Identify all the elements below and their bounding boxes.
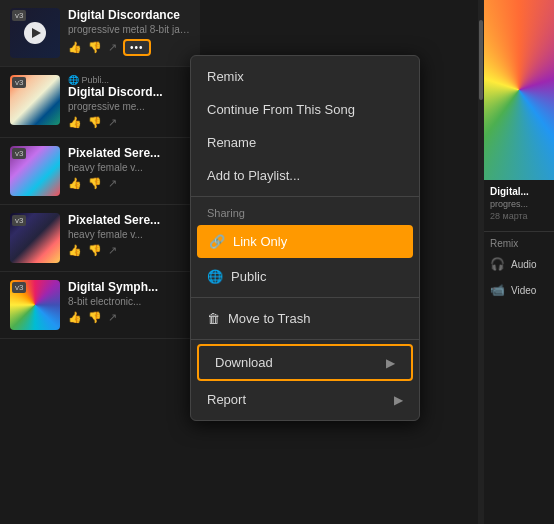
song-actions-5: 👍 👎 ↗ xyxy=(68,311,190,324)
song-info-2: 🌐 Publi... Digital Discord... progressiv… xyxy=(68,75,190,129)
version-badge: v3 xyxy=(12,10,26,21)
like-icon-2[interactable]: 👍 xyxy=(68,116,82,129)
dislike-icon-2[interactable]: 👎 xyxy=(88,116,102,129)
public-badge: 🌐 Publi... xyxy=(68,75,190,85)
share-icon-4[interactable]: ↗ xyxy=(108,244,117,257)
right-panel-date: 28 марта xyxy=(490,211,548,221)
dislike-icon[interactable]: 👎 xyxy=(88,41,102,54)
trash-icon: 🗑 xyxy=(207,311,220,326)
sharing-section-label: Sharing xyxy=(191,201,419,223)
download-label: Download xyxy=(215,355,273,370)
right-panel-title: Digital... xyxy=(490,186,548,197)
link-icon: 🔗 xyxy=(209,234,225,249)
menu-item-report[interactable]: Report ▶ xyxy=(191,383,419,416)
song-list: v3 Digital Discordance progressive metal… xyxy=(0,0,200,524)
song-thumbnail-1: v3 xyxy=(10,8,60,58)
video-icon: 📹 xyxy=(490,283,505,297)
right-panel-thumbnail xyxy=(484,0,554,180)
share-icon-3[interactable]: ↗ xyxy=(108,177,117,190)
share-icon-5[interactable]: ↗ xyxy=(108,311,117,324)
right-submenu-video[interactable]: 📹 Video xyxy=(484,277,554,303)
song-actions-1: 👍 👎 ↗ ••• xyxy=(68,39,190,56)
song-item-1[interactable]: v3 Digital Discordance progressive metal… xyxy=(0,0,200,67)
move-trash-label: Move to Trash xyxy=(228,311,310,326)
song-item-4[interactable]: v3 Pixelated Sere... heavy female v... 👍… xyxy=(0,205,200,272)
add-playlist-label: Add to Playlist... xyxy=(207,168,300,183)
menu-item-trash[interactable]: 🗑 Move to Trash xyxy=(191,302,419,335)
report-label: Report xyxy=(207,392,246,407)
menu-item-rename[interactable]: Rename xyxy=(191,126,419,159)
like-icon-3[interactable]: 👍 xyxy=(68,177,82,190)
right-submenu-header: Remix xyxy=(484,236,554,251)
song-title-2: Digital Discord... xyxy=(68,85,190,99)
version-badge-3: v3 xyxy=(12,148,26,159)
version-badge-2: v3 xyxy=(12,77,26,88)
song-info-5: Digital Symph... 8-bit electronic... 👍 👎… xyxy=(68,280,190,324)
song-item-5[interactable]: v3 Digital Symph... 8-bit electronic... … xyxy=(0,272,200,339)
song-thumbnail-5: v3 xyxy=(10,280,60,330)
audio-label: Audio xyxy=(511,259,537,270)
song-actions-3: 👍 👎 ↗ xyxy=(68,177,190,190)
song-thumbnail-3: v3 xyxy=(10,146,60,196)
context-menu: Remix Continue From This Song Rename Add… xyxy=(190,55,420,421)
headphones-icon: 🎧 xyxy=(490,257,505,271)
song-title-1: Digital Discordance xyxy=(68,8,190,22)
song-actions-4: 👍 👎 ↗ xyxy=(68,244,190,257)
menu-item-continue[interactable]: Continue From This Song xyxy=(191,93,419,126)
right-panel: Digital... progres... 28 марта Remix 🎧 A… xyxy=(484,0,554,524)
scrollbar-thumb[interactable] xyxy=(479,20,483,100)
remix-label: Remix xyxy=(207,69,244,84)
song-desc-1: progressive metal 8-bit jazz female xyxy=(68,24,190,35)
song-info-1: Digital Discordance progressive metal 8-… xyxy=(68,8,190,56)
song-item-2[interactable]: v3 🌐 Publi... Digital Discord... progres… xyxy=(0,67,200,138)
song-info-3: Pixelated Sere... heavy female v... 👍 👎 … xyxy=(68,146,190,190)
public-label: Public xyxy=(231,269,266,284)
version-badge-4: v3 xyxy=(12,215,26,226)
menu-item-link-only[interactable]: 🔗 Link Only xyxy=(197,225,413,258)
globe-icon: 🌐 xyxy=(207,269,223,284)
song-thumbnail-4: v3 xyxy=(10,213,60,263)
song-title-3: Pixelated Sere... xyxy=(68,146,190,160)
menu-item-add-playlist[interactable]: Add to Playlist... xyxy=(191,159,419,192)
share-icon[interactable]: ↗ xyxy=(108,41,117,54)
right-panel-desc: progres... xyxy=(490,199,548,209)
song-desc-2: progressive me... xyxy=(68,101,190,112)
menu-divider-1 xyxy=(191,196,419,197)
menu-item-remix[interactable]: Remix xyxy=(191,60,419,93)
like-icon-4[interactable]: 👍 xyxy=(68,244,82,257)
play-triangle-icon xyxy=(32,28,41,38)
menu-divider-2 xyxy=(191,297,419,298)
report-arrow-icon: ▶ xyxy=(394,393,403,407)
like-icon[interactable]: 👍 xyxy=(68,41,82,54)
dislike-icon-5[interactable]: 👎 xyxy=(88,311,102,324)
song-title-5: Digital Symph... xyxy=(68,280,190,294)
dislike-icon-4[interactable]: 👎 xyxy=(88,244,102,257)
right-panel-info: Digital... progres... 28 марта xyxy=(484,180,554,227)
song-actions-2: 👍 👎 ↗ xyxy=(68,116,190,129)
rename-label: Rename xyxy=(207,135,256,150)
video-label: Video xyxy=(511,285,536,296)
right-submenu-audio[interactable]: 🎧 Audio xyxy=(484,251,554,277)
song-title-4: Pixelated Sere... xyxy=(68,213,190,227)
like-icon-5[interactable]: 👍 xyxy=(68,311,82,324)
dislike-icon-3[interactable]: 👎 xyxy=(88,177,102,190)
play-icon xyxy=(24,22,46,44)
menu-item-public[interactable]: 🌐 Public xyxy=(191,260,419,293)
arrow-right-icon: ▶ xyxy=(386,356,395,370)
song-desc-4: heavy female v... xyxy=(68,229,190,240)
share-icon-2[interactable]: ↗ xyxy=(108,116,117,129)
version-badge-5: v3 xyxy=(12,282,26,293)
song-info-4: Pixelated Sere... heavy female v... 👍 👎 … xyxy=(68,213,190,257)
song-desc-5: 8-bit electronic... xyxy=(68,296,190,307)
song-item-3[interactable]: v3 Pixelated Sere... heavy female v... 👍… xyxy=(0,138,200,205)
right-submenu: Remix 🎧 Audio 📹 Video xyxy=(484,231,554,307)
menu-item-download[interactable]: Download ▶ xyxy=(197,344,413,381)
song-desc-3: heavy female v... xyxy=(68,162,190,173)
continue-label: Continue From This Song xyxy=(207,102,355,117)
song-thumbnail-2: v3 xyxy=(10,75,60,125)
more-button[interactable]: ••• xyxy=(123,39,151,56)
link-only-label: Link Only xyxy=(233,234,287,249)
menu-divider-3 xyxy=(191,339,419,340)
